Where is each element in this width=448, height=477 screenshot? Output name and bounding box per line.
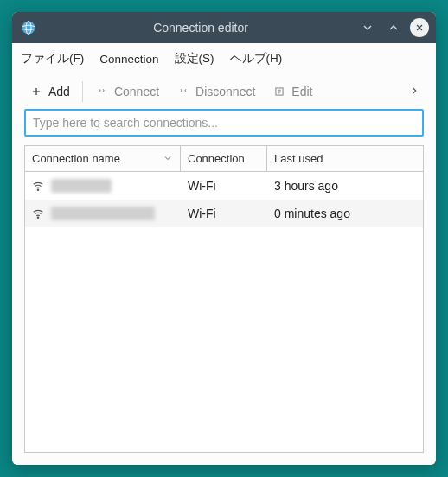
header-connection-label: Connection: [188, 152, 245, 165]
add-label: Add: [48, 85, 70, 99]
connect-button[interactable]: Connect: [86, 80, 168, 104]
cell-connection-type: Wi-Fi: [181, 179, 267, 193]
wifi-icon: [32, 207, 44, 219]
header-last-used[interactable]: Last used: [267, 146, 423, 171]
sort-icon: [163, 153, 173, 165]
connections-table: Connection name Connection Last used Wi-…: [24, 145, 424, 453]
minimize-button[interactable]: [358, 18, 377, 37]
connection-name-redacted: [51, 179, 112, 193]
menu-connection[interactable]: Connection: [99, 53, 158, 66]
wifi-icon: [32, 180, 44, 192]
connection-name-redacted: [51, 207, 155, 220]
header-connection-name[interactable]: Connection name: [25, 146, 181, 171]
app-icon: [21, 20, 36, 35]
header-lastused-label: Last used: [274, 152, 323, 165]
header-name-label: Connection name: [32, 152, 120, 165]
toolbar-separator: [82, 81, 83, 102]
toolbar-overflow-button[interactable]: [401, 80, 427, 105]
toolbar: Add Connect Disconnect Edit: [12, 74, 436, 109]
svg-point-4: [37, 217, 38, 218]
disconnect-label: Disconnect: [195, 85, 255, 99]
plug-disconnect-icon: [176, 85, 190, 99]
edit-label: Edit: [291, 85, 312, 99]
search-wrap: [12, 109, 436, 145]
menu-settings[interactable]: 設定(S): [175, 51, 214, 67]
close-button[interactable]: [410, 18, 429, 37]
table-row[interactable]: Wi-Fi3 hours ago: [25, 172, 423, 200]
disconnect-button[interactable]: Disconnect: [168, 80, 264, 104]
menu-help[interactable]: ヘルプ(H): [230, 51, 283, 67]
cell-last-used: 0 minutes ago: [267, 207, 423, 220]
cell-connection-type: Wi-Fi: [181, 207, 267, 220]
table-header: Connection name Connection Last used: [25, 146, 423, 172]
titlebar[interactable]: Connection editor: [12, 12, 436, 43]
plus-icon: [29, 85, 43, 99]
edit-button[interactable]: Edit: [264, 80, 321, 104]
svg-point-0: [22, 22, 35, 35]
cell-connection-name: [25, 179, 181, 193]
window-controls: [358, 18, 429, 37]
svg-point-3: [37, 189, 38, 190]
cell-connection-name: [25, 207, 181, 220]
menu-file[interactable]: ファイル(F): [21, 51, 84, 67]
window-title: Connection editor: [43, 21, 358, 35]
connect-label: Connect: [114, 85, 159, 99]
plug-connect-icon: [95, 85, 109, 99]
cell-last-used: 3 hours ago: [267, 179, 423, 193]
edit-icon: [272, 85, 286, 99]
table-row[interactable]: Wi-Fi0 minutes ago: [25, 200, 423, 227]
add-button[interactable]: Add: [21, 80, 79, 104]
header-connection-type[interactable]: Connection: [181, 146, 267, 171]
menubar: ファイル(F) Connection 設定(S) ヘルプ(H): [12, 43, 436, 74]
table-body: Wi-Fi3 hours agoWi-Fi0 minutes ago: [25, 172, 423, 227]
window: Connection editor ファイル(F) Connection 設定(…: [12, 12, 436, 465]
search-input[interactable]: [24, 109, 424, 137]
maximize-button[interactable]: [384, 18, 403, 37]
